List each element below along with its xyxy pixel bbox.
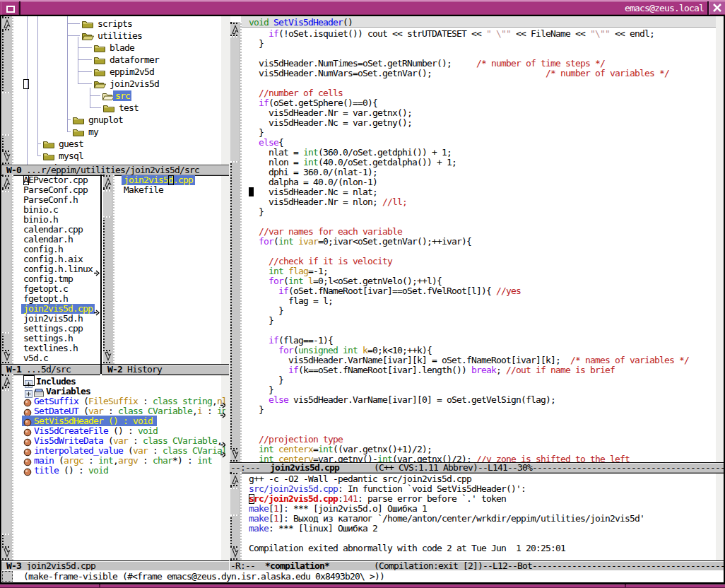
- method-item[interactable]: GetSuffix (FileSuffix : class string,nl: [34, 396, 225, 406]
- code-line: vis5dHeader.Nr = nlon; //ll;: [249, 197, 407, 207]
- directory-item-eppim2v5d[interactable]: eppim2v5d: [110, 67, 154, 77]
- history-item-join2vis5d-cpp[interactable]: join2vis5d.cpp: [124, 175, 193, 185]
- text-segment-t: int: [197, 455, 212, 466]
- source-file-settings-cpp[interactable]: settings.cpp: [23, 324, 83, 334]
- text-segment-v: ivar: [298, 236, 318, 247]
- text-segment-c: //out if name is brief: [506, 365, 615, 375]
- method-item[interactable]: title () : void: [34, 466, 108, 476]
- text-segment-d: [269, 17, 273, 28]
- text-segment-d: [249, 454, 259, 462]
- text-segment-d: :: [338, 493, 343, 504]
- directories-scrollbar-thumb[interactable]: [2, 92, 11, 136]
- directory-item-guest[interactable]: guest: [59, 139, 83, 149]
- text-segment-d: g++ -c -O2 -Wall -pedantic src/join2vis5…: [249, 474, 471, 484]
- history-scrollbar-up-arrow-icon[interactable]: [103, 175, 112, 189]
- history-scrollbar-down-arrow-icon[interactable]: [103, 350, 112, 363]
- method-item[interactable]: Variables: [46, 387, 90, 396]
- code-line: vis5dHeader.NumVars=oSet.getnVar(); /* n…: [249, 69, 669, 78]
- directories-scrollbar-track[interactable]: [2, 16, 13, 165]
- source-file-config-h-aix[interactable]: config.h.aix: [23, 254, 83, 264]
- source-file-config-tmp[interactable]: config.tmp: [23, 274, 73, 284]
- directory-item-gnuplot[interactable]: gnuplot: [88, 115, 123, 125]
- tree-guide-stub: [78, 59, 92, 60]
- directory-item-my[interactable]: my: [88, 127, 98, 137]
- source-file-config-h-linux[interactable]: config.h.linux: [23, 264, 93, 274]
- source-file-textlines-h[interactable]: textlines.h: [23, 343, 78, 353]
- tree-guide-stub: [67, 131, 71, 132]
- text-segment-c: /* names of variables */: [570, 355, 689, 365]
- code-window[interactable]: if(!oSet.isquiet()) cout << strUTDATESET…: [242, 28, 716, 462]
- text-segment-d: vis5dHeader.Nr = nlon;: [249, 196, 382, 207]
- directory-item-src[interactable]: src: [115, 91, 130, 101]
- directories-scrollbar-down-arrow-icon[interactable]: [2, 151, 11, 164]
- directory-item-scripts[interactable]: scripts: [98, 19, 132, 29]
- text-segment-d: [293, 236, 298, 247]
- source-file-binio-h[interactable]: binio.h: [23, 215, 58, 225]
- history-item-Makefile[interactable]: Makefile: [124, 185, 163, 195]
- code-line: //projection type: [249, 435, 343, 445]
- source-file-ParseConf-cpp[interactable]: ParseConf.cpp: [23, 185, 88, 195]
- code-scrollbar-up-arrow-icon[interactable]: [230, 23, 239, 36]
- text-segment-d: nlon =: [249, 157, 303, 167]
- source-file-settings-h[interactable]: settings.h: [23, 334, 73, 343]
- source-file-v5d-c[interactable]: v5d.c: [23, 353, 48, 363]
- wm-border-handle-left: [99, 584, 100, 588]
- method-item[interactable]: Includes: [36, 377, 76, 387]
- history-scrollbar-thumb[interactable]: [103, 190, 112, 218]
- text-segment-c: //var names for each variable: [259, 226, 402, 237]
- directories-scrollbar-up-arrow-icon[interactable]: [2, 17, 11, 30]
- text-segment-f: SetVis5dHeader: [273, 17, 343, 28]
- source-file-calendar-cpp[interactable]: calendar.cpp: [23, 225, 83, 235]
- text-segment-d: [249, 286, 278, 296]
- sources-scrollbar-thumb[interactable]: [2, 191, 11, 334]
- text-segment-d: () :: [108, 425, 138, 436]
- text-segment-d: -R:--: [230, 560, 265, 571]
- method-item[interactable]: Vis5dWriteData (var : class CVariable,: [34, 436, 225, 446]
- text-segment-b: join2vis5d.cpp: [270, 462, 339, 473]
- minibuffer[interactable]: (make-frame-visible (#<frame emacs@zeus.…: [1, 570, 724, 582]
- text-segment-k: if: [269, 28, 278, 39]
- directory-item-blade[interactable]: blade: [110, 43, 134, 53]
- methods-scrollbar-thumb[interactable]: [2, 389, 11, 535]
- directory-item-test[interactable]: test: [119, 103, 138, 113]
- methods-scrollbar-down-arrow-icon[interactable]: [2, 546, 11, 560]
- code-line: vis5dHeader.VarName[ivar][k] = oSet.fNam…: [249, 355, 689, 365]
- directory-item-join2vis5d[interactable]: join2vis5d: [110, 79, 159, 89]
- directory-item-utilities[interactable]: utilities: [98, 31, 142, 41]
- sources-scrollbar-up-arrow-icon[interactable]: [2, 175, 11, 189]
- source-file-fgetopt-c[interactable]: fgetopt.c: [23, 284, 68, 294]
- source-file-config-h[interactable]: config.h: [23, 245, 63, 254]
- code-scrollbar-thumb[interactable]: [230, 36, 239, 163]
- code-scrollbar-down-arrow-icon[interactable]: [230, 448, 239, 461]
- source-file-calendar-h[interactable]: calendar.h: [23, 235, 73, 245]
- text-segment-d: ...r/eppim/utilities/join2vis5d/src: [21, 165, 199, 175]
- compilation-scrollbar-up-arrow-icon[interactable]: [230, 473, 239, 486]
- method-item[interactable]: Vis5dCreateFile () : void: [34, 426, 158, 436]
- method-item[interactable]: SetDateUT (var : class CVariable,i : in: [34, 406, 225, 416]
- compilation-window[interactable]: g++ -c -O2 -Wall -pedantic src/join2vis5…: [242, 472, 716, 560]
- sources-scrollbar-down-arrow-icon[interactable]: [2, 350, 11, 363]
- methods-scrollbar-up-arrow-icon[interactable]: [2, 375, 11, 388]
- source-file-ParseConf-h[interactable]: ParseConf.h: [23, 195, 78, 205]
- method-item[interactable]: SetVis5dHeader () : void: [34, 416, 153, 426]
- method-item[interactable]: main (argc : int,argv : char*) : int: [34, 456, 212, 466]
- directory-item-dataformer[interactable]: dataformer: [110, 55, 159, 65]
- text-segment-d: =0;ivar<oSet.getnVar();++ivar){: [318, 236, 471, 247]
- source-file-fgetopt-h[interactable]: fgetopt.h: [23, 294, 68, 304]
- method-item[interactable]: interpolated_value (var : class CVarial: [34, 446, 225, 456]
- wm-bottom-border[interactable]: [0, 584, 725, 588]
- compilation-scrollbar-thumb[interactable]: [230, 488, 239, 516]
- code-line: vis5dHeader.NumTimes=oSet.getRNumber(); …: [249, 59, 605, 69]
- compilation-scrollbar-down-arrow-icon[interactable]: [230, 546, 239, 560]
- source-file-join2vis5d-cpp[interactable]: join2vis5d.cpp: [23, 304, 93, 314]
- source-file-AEPvector-cpp[interactable]: AEPvector.cpp: [23, 175, 88, 185]
- text-segment-k: for: [269, 276, 283, 286]
- source-file-join2vis5d-h[interactable]: join2vis5d.h: [23, 314, 83, 324]
- history-modeline-text: W-2 History: [107, 365, 162, 375]
- text-segment-t: int: [278, 236, 293, 247]
- directory-item-mysql[interactable]: mysql: [59, 151, 83, 161]
- truncation-arrow-icon: [94, 305, 100, 319]
- text-segment-t: class string: [153, 396, 212, 406]
- text-segment-t: class CVarial: [163, 445, 225, 456]
- source-file-binio-c[interactable]: binio.c: [23, 205, 58, 215]
